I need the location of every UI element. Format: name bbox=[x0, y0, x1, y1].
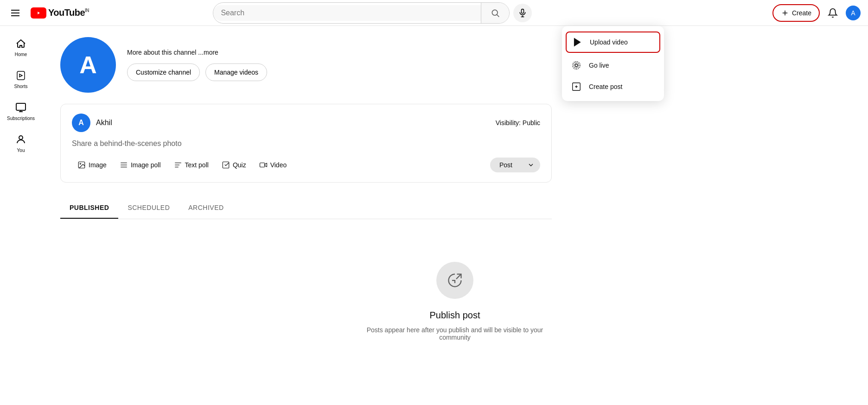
dropdown-upload-video[interactable]: Upload video bbox=[566, 32, 660, 53]
customize-channel-button[interactable]: Customize channel bbox=[127, 63, 200, 81]
composer-visibility: Visibility: Public bbox=[496, 119, 540, 127]
empty-state-icon bbox=[436, 262, 473, 299]
post-dropdown-button[interactable] bbox=[522, 158, 540, 172]
search-input[interactable] bbox=[213, 5, 481, 21]
post-button[interactable]: Post bbox=[490, 158, 522, 172]
svg-rect-3 bbox=[522, 9, 524, 13]
svg-point-26 bbox=[574, 63, 579, 68]
create-label: Create bbox=[792, 9, 811, 17]
sidebar-item-you[interactable]: You bbox=[2, 127, 40, 159]
toolbar-quiz-label: Quiz bbox=[233, 161, 246, 169]
sidebar-item-home-label: Home bbox=[15, 52, 27, 57]
header-right: Create A bbox=[772, 4, 861, 22]
svg-rect-21 bbox=[223, 162, 229, 168]
dropdown-go-live[interactable]: Go live bbox=[562, 55, 664, 76]
empty-state: Publish post Posts appear here after you… bbox=[60, 234, 849, 369]
svg-line-23 bbox=[456, 274, 461, 279]
svg-point-12 bbox=[19, 136, 23, 139]
header-left: YouTubeIN bbox=[7, 6, 89, 20]
svg-marker-24 bbox=[574, 38, 581, 46]
composer-author-name: Akhil bbox=[96, 119, 112, 127]
toolbar-quiz-button[interactable]: Quiz bbox=[216, 157, 252, 173]
toolbar-image-button[interactable]: Image bbox=[72, 157, 112, 173]
channel-more-link[interactable]: ...more bbox=[198, 49, 218, 56]
composer-avatar: A bbox=[72, 114, 90, 132]
sidebar-item-shorts[interactable]: Shorts bbox=[2, 63, 40, 95]
composer-text-area[interactable]: Share a behind-the-scenes photo bbox=[72, 139, 540, 148]
sidebar-item-subscriptions-label: Subscriptions bbox=[7, 116, 35, 121]
main-content: A More about this channel ...more Custom… bbox=[42, 26, 868, 380]
sidebar-item-subscriptions[interactable]: Subscriptions bbox=[2, 95, 40, 127]
svg-line-2 bbox=[497, 14, 499, 17]
channel-header: A More about this channel ...more Custom… bbox=[60, 37, 849, 93]
tab-archived[interactable]: ARCHIVED bbox=[179, 197, 233, 219]
sidebar-item-shorts-label: Shorts bbox=[14, 84, 28, 89]
header-center bbox=[205, 2, 539, 24]
content-tabs: PUBLISHED SCHEDULED ARCHIVED bbox=[60, 197, 552, 219]
notifications-button[interactable] bbox=[823, 4, 842, 22]
create-button[interactable]: Create bbox=[772, 4, 820, 22]
sidebar-item-you-label: You bbox=[17, 148, 25, 153]
dropdown-create-post[interactable]: Create post bbox=[562, 76, 664, 97]
avatar[interactable]: A bbox=[846, 6, 861, 20]
manage-videos-button[interactable]: Manage videos bbox=[205, 63, 267, 81]
toolbar-video-label: Video bbox=[270, 161, 287, 169]
sidebar-item-home[interactable]: Home bbox=[2, 32, 40, 63]
toolbar-text-poll-label: Text poll bbox=[185, 161, 209, 169]
svg-rect-22 bbox=[260, 163, 265, 167]
post-actions: Post bbox=[490, 158, 540, 172]
menu-button[interactable] bbox=[7, 6, 23, 20]
logo[interactable]: YouTubeIN bbox=[31, 7, 89, 19]
search-form bbox=[213, 2, 510, 24]
youtube-wordmark: YouTubeIN bbox=[48, 7, 89, 18]
svg-point-25 bbox=[575, 64, 578, 67]
tab-scheduled[interactable]: SCHEDULED bbox=[118, 197, 179, 219]
tab-published[interactable]: PUBLISHED bbox=[60, 197, 118, 219]
svg-marker-0 bbox=[38, 12, 40, 14]
empty-state-title: Publish post bbox=[430, 310, 480, 321]
channel-more-text: More about this channel ...more bbox=[127, 49, 267, 56]
composer-toolbar: Image Image poll Text poll Quiz Video bbox=[72, 157, 540, 173]
search-button[interactable] bbox=[481, 3, 509, 23]
youtube-logo-icon bbox=[31, 7, 46, 19]
svg-point-1 bbox=[492, 10, 498, 15]
svg-rect-9 bbox=[16, 103, 26, 110]
channel-actions: Customize channel Manage videos bbox=[127, 63, 267, 81]
toolbar-video-button[interactable]: Video bbox=[254, 157, 293, 173]
toolbar-image-label: Image bbox=[89, 161, 107, 169]
composer-header: A Akhil Visibility: Public bbox=[72, 114, 540, 132]
dropdown-upload-video-label: Upload video bbox=[590, 38, 628, 46]
svg-rect-8 bbox=[17, 71, 25, 80]
sidebar: Home Shorts Subscriptions You bbox=[0, 26, 42, 405]
toolbar-image-poll-button[interactable]: Image poll bbox=[114, 157, 166, 173]
create-dropdown-menu: Upload video Go live Create post bbox=[562, 26, 664, 101]
empty-state-subtitle: Posts appear here after you publish and … bbox=[362, 326, 548, 341]
dropdown-create-post-label: Create post bbox=[589, 83, 622, 90]
toolbar-text-poll-button[interactable]: Text poll bbox=[168, 157, 214, 173]
svg-point-14 bbox=[80, 163, 81, 164]
mic-button[interactable] bbox=[513, 4, 532, 22]
post-composer: A Akhil Visibility: Public Share a behin… bbox=[60, 104, 552, 183]
channel-info: More about this channel ...more Customiz… bbox=[127, 49, 267, 81]
header: YouTubeIN Create A bbox=[0, 0, 868, 26]
channel-avatar: A bbox=[60, 37, 116, 93]
toolbar-image-poll-label: Image poll bbox=[131, 161, 161, 169]
dropdown-go-live-label: Go live bbox=[589, 62, 609, 69]
